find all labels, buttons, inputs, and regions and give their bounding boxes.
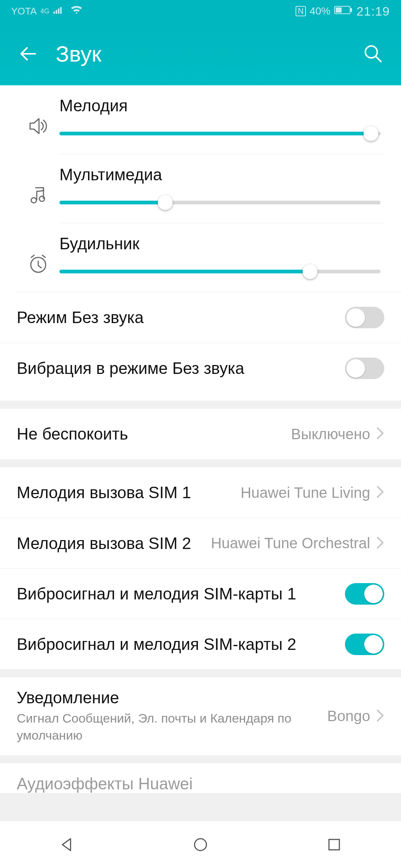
network-label: 4G	[40, 7, 49, 15]
svg-rect-8	[329, 839, 339, 850]
notification-label: Уведомление	[17, 688, 327, 707]
vibrate-sim1-row[interactable]: Вибросигнал и мелодия SIM-карты 1	[0, 568, 401, 619]
vibrate-sim1-label: Вибросигнал и мелодия SIM-карты 1	[17, 585, 345, 603]
silent-mode-row[interactable]: Режим Без звука	[0, 292, 401, 343]
nav-back-button[interactable]	[48, 832, 85, 858]
vibrate-sim2-switch[interactable]	[345, 634, 384, 655]
alarm-volume-label: Будильник	[59, 234, 384, 253]
search-icon	[363, 44, 383, 64]
nav-home-button[interactable]	[182, 832, 219, 858]
music-note-icon	[17, 165, 59, 205]
alarm-volume-slider[interactable]	[59, 270, 381, 273]
back-button[interactable]	[15, 41, 41, 67]
media-volume-row: Мультимедиа	[0, 154, 401, 223]
media-volume-slider[interactable]	[59, 201, 381, 204]
alarm-volume-row: Будильник	[0, 223, 401, 292]
nfc-icon: N	[296, 6, 306, 16]
battery-icon	[334, 5, 353, 17]
vibrate-sim2-row[interactable]: Вибросигнал и мелодия SIM-карты 2	[0, 619, 401, 669]
nav-recent-button[interactable]	[316, 832, 353, 858]
ringtone-sim1-label: Мелодия вызова SIM 1	[17, 483, 241, 502]
notification-sublabel: Сигнал Сообщений, Эл. почты и Календаря …	[17, 710, 327, 744]
dnd-label: Не беспокоить	[17, 425, 291, 443]
ringtone-volume-row: Мелодия	[0, 85, 401, 154]
wifi-icon	[70, 6, 83, 17]
svg-point-7	[195, 839, 206, 851]
clock-label: 21:19	[356, 4, 390, 19]
audio-effects-label: Аудиоэффекты Huawei	[17, 775, 384, 793]
notification-section: Уведомление Сигнал Сообщений, Эл. почты …	[0, 677, 401, 755]
audio-effects-row[interactable]: Аудиоэффекты Huawei	[0, 763, 401, 793]
battery-percent: 40%	[310, 5, 330, 17]
vibrate-silent-row[interactable]: Вибрация в режиме Без звука	[0, 343, 401, 393]
notification-row[interactable]: Уведомление Сигнал Сообщений, Эл. почты …	[0, 677, 401, 755]
ringtone-sim2-row[interactable]: Мелодия вызова SIM 2 Huawei Tune Orchest…	[0, 518, 401, 568]
ringtone-sim1-value: Huawei Tune Living	[241, 484, 370, 501]
carrier-label: YOTA	[11, 6, 37, 17]
navigation-bar	[0, 821, 401, 868]
page-title: Звук	[56, 41, 101, 67]
chevron-right-icon	[376, 536, 384, 551]
silent-mode-switch[interactable]	[345, 307, 384, 328]
circle-home-icon	[192, 836, 209, 853]
vibrate-silent-label: Вибрация в режиме Без звука	[17, 359, 345, 378]
status-bar: YOTA 4G N 40% 21:19	[0, 0, 401, 22]
volume-section: Мелодия Мультимедиа	[0, 85, 401, 401]
alarm-clock-icon	[17, 234, 59, 274]
ringtone-sim2-label: Мелодия вызова SIM 2	[17, 534, 211, 553]
notification-value: Bongo	[327, 708, 370, 724]
vibrate-silent-switch[interactable]	[345, 358, 384, 379]
chevron-right-icon	[376, 427, 384, 441]
ringtone-icon	[17, 96, 59, 137]
dnd-row[interactable]: Не беспокоить Выключено	[0, 409, 401, 459]
ringtone-sim1-row[interactable]: Мелодия вызова SIM 1 Huawei Tune Living	[0, 467, 401, 518]
dnd-value: Выключено	[291, 426, 370, 443]
arrow-left-icon	[17, 43, 38, 64]
svg-point-4	[31, 198, 36, 203]
silent-mode-label: Режим Без звука	[17, 308, 345, 327]
svg-rect-2	[336, 7, 342, 13]
ringtone-volume-label: Мелодия	[59, 96, 384, 115]
media-volume-label: Мультимедиа	[59, 165, 384, 184]
svg-rect-1	[351, 8, 352, 12]
ringtone-volume-slider[interactable]	[59, 132, 381, 135]
square-recent-icon	[327, 837, 342, 852]
ringtone-section: Мелодия вызова SIM 1 Huawei Tune Living …	[0, 467, 401, 669]
ringtone-sim2-value: Huawei Tune Orchestral	[211, 535, 370, 552]
app-bar: Звук	[0, 22, 401, 85]
signal-icon	[53, 6, 64, 17]
dnd-section: Не беспокоить Выключено	[0, 409, 401, 459]
triangle-back-icon	[59, 836, 75, 853]
audio-effects-section: Аудиоэффекты Huawei	[0, 763, 401, 793]
search-button[interactable]	[360, 41, 386, 67]
vibrate-sim1-switch[interactable]	[345, 583, 384, 605]
vibrate-sim2-label: Вибросигнал и мелодия SIM-карты 2	[17, 635, 345, 654]
chevron-right-icon	[376, 485, 384, 500]
chevron-right-icon	[376, 709, 384, 724]
